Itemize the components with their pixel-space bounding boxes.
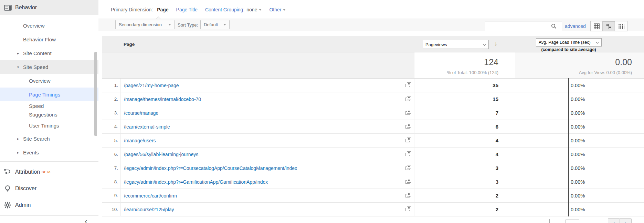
primary-dimension-bar: Primary Dimension: Page Page Title Conte…: [111, 6, 286, 13]
pageviews-total: 124: [414, 57, 498, 67]
dropdown-caret-icon: [259, 9, 262, 11]
row-rank: 10.: [112, 207, 118, 212]
table-row: 5. /manage/users 4 0.00%: [102, 134, 644, 148]
comparison-axis: [568, 189, 569, 203]
dimension-other[interactable]: Other: [269, 7, 281, 12]
sort-type-button[interactable]: Default: [200, 20, 230, 29]
pageviews-value: 15: [493, 96, 498, 102]
open-in-new-icon[interactable]: [405, 125, 410, 129]
row-rank: 9.: [114, 193, 118, 198]
dimension-page[interactable]: Page: [157, 7, 168, 12]
metric-value: 0.00%: [571, 152, 585, 157]
comparison-axis: [568, 133, 569, 148]
dropdown-caret-icon: [283, 9, 286, 11]
open-in-new-icon[interactable]: [405, 208, 410, 211]
page-link[interactable]: /legacy/admin/index.php?r=GamificationAp…: [124, 179, 268, 185]
dimension-content-grouping[interactable]: Content Grouping:: [205, 7, 244, 12]
sidebar-item-events[interactable]: ▸ Events: [0, 145, 98, 159]
secondary-dimension-button[interactable]: Secondary dimension: [115, 20, 175, 29]
page-link[interactable]: /manage/themes/internal/docebo-70: [124, 97, 201, 102]
next-page-button[interactable]: ›: [620, 218, 632, 223]
pageviews-value: 7: [496, 110, 498, 116]
prev-page-button[interactable]: ‹: [608, 218, 620, 223]
row-rank: 4.: [114, 124, 118, 129]
dropdown-caret-icon: [168, 24, 171, 26]
open-in-new-icon[interactable]: [405, 180, 410, 184]
sidebar-item-overview[interactable]: Overview: [0, 19, 98, 32]
sidebar-item-site-speed-overview[interactable]: Overview: [0, 74, 98, 88]
sidebar-collapse-icon[interactable]: ‹: [85, 216, 87, 223]
sidebar-item-speed-suggestions[interactable]: Speed Suggestions: [0, 101, 98, 119]
comparison-view-icon: [606, 23, 612, 29]
open-in-new-icon[interactable]: [405, 98, 410, 101]
open-in-new-icon[interactable]: [405, 111, 410, 115]
sidebar-item-behavior-flow[interactable]: Behavior Flow: [0, 32, 98, 46]
page-link[interactable]: /ecommerce/cart/confirm: [124, 193, 177, 199]
comparison-axis: [568, 202, 569, 216]
search-button[interactable]: [546, 21, 562, 31]
metric-value: 0.00%: [571, 83, 585, 88]
chevron-down-icon: ▾: [17, 65, 19, 69]
table-row: 1. /pages/21/my-home-page 35 0.00%: [102, 79, 644, 92]
sidebar-item-site-speed[interactable]: ▾ Site Speed: [0, 60, 98, 74]
open-in-new-icon[interactable]: [405, 194, 410, 197]
metric-value: 0.00%: [571, 97, 585, 102]
dimension-page-title[interactable]: Page Title: [176, 7, 198, 12]
chevron-right-icon: ▸: [17, 151, 19, 154]
page-column-header: Page: [124, 42, 135, 47]
sidebar-item-discover[interactable]: Discover: [0, 180, 98, 197]
table-row: 3. /course/manage 7 0.00%: [102, 106, 644, 120]
comparison-subtitle: (compared to site average): [515, 47, 622, 52]
sidebar-divider: [0, 161, 98, 162]
metric-value: 0.00%: [571, 124, 585, 130]
table-view-button[interactable]: [590, 21, 603, 31]
search-input[interactable]: [485, 21, 546, 31]
page-link[interactable]: /course/manage: [124, 110, 158, 116]
advanced-search-link[interactable]: advanced: [565, 23, 586, 29]
sidebar-section-behavior[interactable]: Behavior: [0, 0, 98, 15]
comparison-metric-select[interactable]: Avg. Page Load Time (sec): [536, 38, 602, 47]
comparison-axis: [568, 92, 569, 106]
comparison-axis: [568, 106, 569, 120]
content-grouping-value[interactable]: none: [246, 7, 257, 12]
metric-value: 0.00%: [571, 207, 585, 212]
open-in-new-icon[interactable]: [405, 153, 410, 156]
sidebar-item-admin[interactable]: Admin: [0, 197, 98, 213]
primary-dimension-label: Primary Dimension:: [111, 7, 153, 12]
metric-total: 0.00: [515, 57, 632, 67]
sort-type-label: Sort Type:: [178, 22, 198, 28]
page-link[interactable]: /pages/21/my-home-page: [124, 83, 179, 88]
chevron-right-icon: ▸: [17, 137, 19, 141]
table-row: 9. /ecommerce/cart/confirm 2 0.00%: [102, 189, 644, 203]
row-rank: 6.: [114, 152, 118, 157]
table-row: 8. /legacy/admin/index.php?r=Gamificatio…: [102, 175, 644, 189]
sidebar-item-site-content[interactable]: ▸ Site Content: [0, 46, 98, 60]
page-link[interactable]: /learn/course/2125/play: [124, 207, 174, 212]
sort-direction-icon[interactable]: ↓: [494, 40, 497, 47]
sidebar-scrollbar[interactable]: [94, 52, 97, 136]
comparison-view-button[interactable]: [603, 21, 615, 31]
sidebar-item-page-timings[interactable]: Page Timings: [0, 88, 98, 101]
comparison-axis: [568, 78, 569, 92]
open-in-new-icon[interactable]: [405, 84, 410, 87]
show-rows-select[interactable]: [534, 219, 550, 223]
page-link[interactable]: /legacy/admin/index.php?r=CoursecatalogA…: [124, 165, 297, 171]
page-link[interactable]: /manage/users: [124, 138, 156, 143]
sidebar-item-site-search[interactable]: ▸ Site Search: [0, 132, 98, 145]
dropdown-caret-icon: [223, 24, 226, 26]
pageviews-value: 3: [496, 165, 498, 171]
sidebar-item-user-timings[interactable]: User Timings: [0, 119, 98, 132]
sidebar-item-attribution[interactable]: Attribution BETA: [0, 164, 98, 180]
row-rank: 7.: [114, 165, 118, 171]
open-in-new-icon[interactable]: [405, 166, 410, 170]
page-link[interactable]: /pages/56/syllabi-learning-journeys: [124, 152, 198, 157]
pageviews-metric-select[interactable]: Pageviews: [423, 40, 489, 49]
metric-value: 0.00%: [571, 165, 585, 171]
page-link[interactable]: /learn/external-simple: [124, 124, 170, 130]
row-rank: 8.: [114, 179, 118, 184]
pivot-view-button[interactable]: [615, 21, 627, 31]
pageviews-value: 2: [496, 193, 498, 199]
goto-page-input[interactable]: [566, 220, 579, 223]
comparison-axis: [568, 120, 569, 134]
open-in-new-icon[interactable]: [405, 139, 410, 142]
